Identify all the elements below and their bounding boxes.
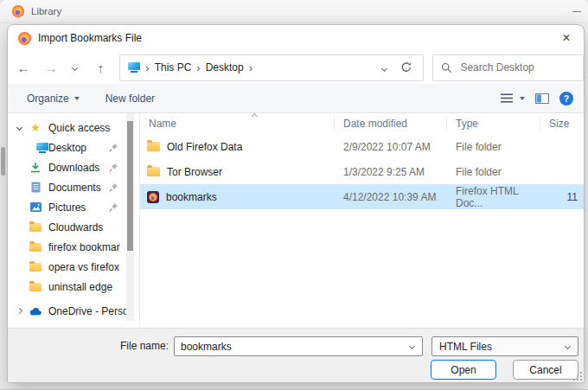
file-row[interactable]: Tor Browser 1/3/2022 9:25 AM File folder bbox=[140, 159, 584, 184]
sidebar-item-cloudwards[interactable]: Cloudwards bbox=[8, 217, 139, 237]
sidebar-item-quick-access[interactable]: ★ Quick access bbox=[8, 118, 139, 137]
file-name: Old Firefox Data bbox=[167, 141, 242, 153]
import-bookmarks-dialog: Import Bookmarks File × ← → ↑ › This PC … bbox=[7, 24, 585, 383]
views-list-icon[interactable] bbox=[501, 93, 513, 103]
sidebar-item-label: Pictures bbox=[48, 201, 86, 214]
sidebar-item-label: Cloudwards bbox=[48, 221, 103, 233]
background-scrollbar-thumb bbox=[1, 147, 5, 176]
pin-icon bbox=[109, 182, 118, 192]
folder-icon bbox=[29, 223, 42, 232]
sidebar-item-label: Desktop bbox=[48, 142, 86, 154]
breadcrumb-item-desktop[interactable]: Desktop bbox=[206, 61, 244, 74]
up-icon[interactable]: ↑ bbox=[92, 61, 109, 74]
file-name-input[interactable]: bookmarks bbox=[174, 336, 423, 356]
forward-icon[interactable]: → bbox=[42, 61, 60, 74]
dialog-titlebar: Import Bookmarks File × bbox=[8, 25, 584, 51]
file-name: Tor Browser bbox=[167, 166, 222, 178]
breadcrumb-item-this-pc[interactable]: This PC bbox=[155, 61, 192, 74]
size-cell: 11 bbox=[540, 191, 584, 203]
sidebar-item-desktop[interactable]: Desktop bbox=[8, 137, 139, 157]
file-name: bookmarks bbox=[166, 191, 217, 203]
date-modified-cell: 4/12/2022 10:39 AM bbox=[335, 191, 447, 203]
sidebar-item-opera-vs-firefox[interactable]: opera vs firefox bbox=[8, 257, 139, 277]
sidebar-item-label: Downloads bbox=[48, 162, 99, 174]
chevron-down-icon bbox=[74, 97, 80, 100]
file-name-value: bookmarks bbox=[181, 341, 232, 353]
firefox-html-doc-icon bbox=[147, 191, 159, 203]
sidebar-scrollbar-thumb[interactable] bbox=[127, 121, 133, 251]
sidebar-item-downloads[interactable]: Downloads bbox=[8, 157, 139, 177]
type-cell: Firefox HTML Doc... bbox=[447, 185, 540, 209]
screen: Library Import Bookmarks File × ← → ↑ › … bbox=[0, 0, 588, 390]
sidebar-item-pictures[interactable]: Pictures bbox=[8, 197, 139, 217]
column-header-date-modified[interactable]: Date modified bbox=[335, 117, 447, 131]
resize-grip[interactable] bbox=[573, 372, 582, 380]
column-header-size[interactable]: Size bbox=[540, 117, 584, 131]
this-pc-icon bbox=[128, 62, 140, 73]
column-headers: Name Date modified Type Size bbox=[140, 113, 584, 134]
picture-icon bbox=[29, 202, 42, 212]
search-placeholder: Search Desktop bbox=[460, 61, 534, 74]
chevron-down-icon[interactable] bbox=[565, 343, 571, 349]
pin-icon bbox=[109, 143, 118, 152]
column-header-type[interactable]: Type bbox=[447, 117, 540, 131]
refresh-icon[interactable] bbox=[400, 61, 412, 74]
pin-icon bbox=[109, 202, 118, 212]
sidebar-item-onedrive[interactable]: OneDrive - Person bbox=[8, 301, 139, 321]
file-type-value: HTML Files bbox=[439, 341, 492, 353]
views-dropdown-chevron-icon[interactable] bbox=[520, 97, 525, 100]
sidebar-item-uninstall-edge[interactable]: uninstall edge bbox=[8, 277, 139, 297]
column-header-name[interactable]: Name bbox=[140, 117, 335, 131]
document-icon bbox=[29, 182, 42, 193]
sidebar-item-label: uninstall edge bbox=[48, 281, 112, 293]
breadcrumb: › This PC › Desktop › bbox=[119, 54, 424, 81]
breadcrumb-separator: › bbox=[249, 61, 252, 74]
chevron-down-icon[interactable] bbox=[409, 343, 415, 349]
open-button[interactable]: Open bbox=[431, 360, 496, 380]
sidebar-item-label: opera vs firefox bbox=[48, 261, 119, 273]
close-icon[interactable]: × bbox=[556, 29, 577, 48]
library-window-titlebar: Library bbox=[0, 0, 588, 23]
sidebar-item-firefox-bookmarks[interactable]: firefox bookmar bbox=[8, 237, 139, 257]
search-icon bbox=[441, 62, 452, 74]
onedrive-cloud-icon bbox=[29, 307, 42, 316]
star-icon: ★ bbox=[29, 121, 42, 134]
recent-locations-chevron-icon[interactable] bbox=[67, 66, 84, 70]
folder-icon bbox=[147, 142, 160, 151]
file-type-select[interactable]: HTML Files bbox=[431, 336, 578, 356]
firefox-logo-icon bbox=[12, 5, 24, 17]
dialog-content: ★ Quick access Desktop bbox=[8, 113, 584, 329]
back-icon[interactable]: ← bbox=[15, 61, 32, 74]
breadcrumb-separator: › bbox=[196, 61, 200, 74]
minimize-icon[interactable] bbox=[572, 11, 581, 12]
file-name-label: File name: bbox=[8, 340, 169, 352]
folder-icon bbox=[147, 167, 160, 176]
pin-icon bbox=[109, 163, 118, 172]
help-icon[interactable]: ? bbox=[559, 92, 573, 105]
sidebar-item-documents[interactable]: Documents bbox=[8, 177, 139, 197]
new-folder-button[interactable]: New folder bbox=[105, 93, 155, 105]
type-cell: File folder bbox=[447, 166, 540, 178]
new-folder-label: New folder bbox=[105, 93, 155, 105]
dialog-title: Import Bookmarks File bbox=[38, 32, 142, 44]
organize-button[interactable]: Organize bbox=[27, 93, 80, 105]
sidebar-scrollbar[interactable] bbox=[126, 113, 134, 321]
sidebar-item-label: Quick access bbox=[48, 122, 110, 134]
expand-chevron-icon[interactable] bbox=[15, 309, 23, 313]
folder-icon bbox=[29, 263, 42, 272]
file-row[interactable]: Old Firefox Data 2/9/2022 10:07 AM File … bbox=[140, 134, 584, 159]
library-window-title: Library bbox=[31, 6, 61, 16]
firefox-logo-icon bbox=[18, 32, 31, 45]
preview-pane-icon[interactable] bbox=[535, 93, 549, 104]
navigation-sidebar: ★ Quick access Desktop bbox=[8, 113, 139, 329]
sidebar-item-label: firefox bookmar bbox=[48, 241, 120, 253]
sidebar-item-label: Documents bbox=[48, 182, 101, 194]
file-list: Name Date modified Type Size Old Firefox… bbox=[139, 113, 584, 329]
dialog-footer: File name: bookmarks HTML Files Open Can… bbox=[8, 328, 584, 382]
cancel-button[interactable]: Cancel bbox=[513, 360, 578, 380]
file-row-selected[interactable]: bookmarks 4/12/2022 10:39 AM Firefox HTM… bbox=[140, 184, 584, 209]
collapse-chevron-icon[interactable] bbox=[15, 125, 23, 130]
folder-icon bbox=[29, 243, 42, 252]
search-input[interactable]: Search Desktop bbox=[432, 54, 584, 81]
address-dropdown-chevron-icon[interactable] bbox=[382, 61, 387, 74]
